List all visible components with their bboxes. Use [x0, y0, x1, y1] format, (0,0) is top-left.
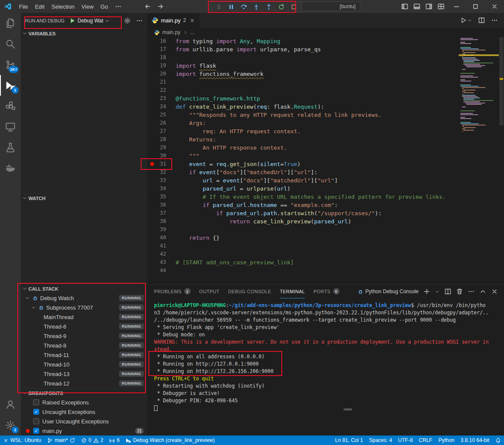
editor-more-icon[interactable]: [491, 17, 498, 24]
panel-tab-debug-console[interactable]: DEBUG CONSOLE: [228, 285, 271, 298]
menu-selection[interactable]: Selection: [48, 2, 78, 11]
debug-session-status[interactable]: Debug Watch (create_link_preview): [123, 436, 218, 445]
step-over-button[interactable]: [238, 2, 249, 12]
terminal-output[interactable]: pierrick@LAPTOP-HKU5PNNG:~/git/add-ons-s…: [154, 302, 501, 434]
step-into-button[interactable]: [251, 2, 262, 12]
callstack-item[interactable]: MainThreadRUNNING: [21, 312, 147, 322]
activity-run-debug[interactable]: 1: [0, 75, 21, 96]
terminal-scrollbar-thumb[interactable]: [343, 408, 352, 411]
line-gutter[interactable]: 27: [147, 127, 176, 135]
line-gutter[interactable]: 28: [147, 135, 176, 144]
breakpoint-item[interactable]: Raised Exceptions: [21, 398, 147, 407]
panel-tab-problems[interactable]: PROBLEMS2: [154, 285, 191, 298]
breakpoint-item[interactable]: main.py31: [21, 426, 147, 436]
editor-scrollbar[interactable]: [499, 37, 504, 284]
stop-button[interactable]: [288, 2, 299, 12]
line-gutter[interactable]: 30: [147, 152, 176, 160]
forward-icon[interactable]: [157, 3, 164, 10]
activity-explorer[interactable]: [0, 13, 21, 34]
new-terminal-icon[interactable]: [423, 288, 430, 295]
breakpoint-icon[interactable]: [150, 162, 154, 166]
toolbar-drag-handle[interactable]: [213, 2, 224, 12]
line-gutter[interactable]: 19: [147, 62, 176, 70]
encoding[interactable]: UTF-8: [395, 436, 416, 445]
maximize-panel-icon[interactable]: [479, 288, 486, 295]
breakpoint-item[interactable]: Uncaught Exceptions: [21, 407, 147, 417]
line-gutter[interactable]: 42: [147, 250, 176, 258]
indentation[interactable]: Spaces: 4: [366, 436, 395, 445]
menu-edit[interactable]: Edit: [32, 2, 48, 11]
line-gutter[interactable]: 21: [147, 78, 176, 86]
line-gutter[interactable]: 32: [147, 168, 176, 176]
remote-indicator[interactable]: WSL: Ubuntu: [0, 436, 44, 445]
minimap[interactable]: [459, 37, 499, 284]
python-interpreter[interactable]: 3.8.10 64-bit: [457, 436, 492, 445]
breakpoints-section-header[interactable]: BREAKPOINTS: [21, 388, 147, 398]
callstack-section-header[interactable]: CALL STACK: [21, 284, 147, 293]
callstack-item[interactable]: Thread-6RUNNING: [21, 322, 147, 331]
notifications[interactable]: [492, 436, 504, 445]
watch-section-header[interactable]: WATCH: [21, 193, 147, 203]
breadcrumb-more[interactable]: ...: [190, 29, 195, 35]
activity-docker[interactable]: [0, 158, 21, 179]
line-gutter[interactable]: 22: [147, 86, 176, 94]
maximize-button[interactable]: [466, 0, 485, 13]
activity-extensions[interactable]: [0, 96, 21, 116]
line-gutter[interactable]: 40: [147, 234, 176, 242]
line-gutter[interactable]: 20: [147, 70, 176, 78]
breadcrumb-file[interactable]: main.py: [162, 29, 180, 35]
line-gutter[interactable]: 34: [147, 185, 176, 193]
line-gutter[interactable]: 33: [147, 176, 176, 185]
callstack-item[interactable]: Thread-13RUNNING: [21, 369, 147, 379]
customize-layout-icon[interactable]: [435, 0, 447, 13]
line-gutter[interactable]: 39: [147, 226, 176, 234]
activity-source-control[interactable]: 1K+: [0, 54, 21, 75]
menu-more-icon[interactable]: [111, 2, 125, 11]
start-debugging-icon[interactable]: [69, 17, 76, 24]
pause-button[interactable]: [226, 2, 237, 12]
toggle-secondary-sidebar-icon[interactable]: [423, 0, 435, 13]
line-gutter[interactable]: 31: [147, 160, 176, 168]
kill-terminal-icon[interactable]: [456, 288, 463, 295]
menu-view[interactable]: View: [78, 2, 97, 11]
line-gutter[interactable]: 24: [147, 103, 176, 111]
panel-tab-output[interactable]: OUTPUT: [199, 285, 220, 298]
line-gutter[interactable]: 44: [147, 266, 176, 275]
close-panel-icon[interactable]: [491, 288, 498, 295]
restart-button[interactable]: [276, 2, 287, 12]
toggle-panel-icon[interactable]: [411, 0, 423, 13]
line-gutter[interactable]: 38: [147, 217, 176, 226]
accounts-button[interactable]: [0, 394, 21, 415]
active-terminal[interactable]: Python Debug Console: [358, 288, 419, 295]
line-gutter[interactable]: 29: [147, 144, 176, 152]
line-gutter[interactable]: 41: [147, 242, 176, 250]
breakpoint-item[interactable]: User Uncaught Exceptions: [21, 417, 147, 426]
eol-selector[interactable]: CRLF: [416, 436, 435, 445]
line-gutter[interactable]: 36: [147, 201, 176, 209]
callstack-item[interactable]: Thread-8RUNNING: [21, 341, 147, 350]
line-gutter[interactable]: 16: [147, 37, 176, 45]
activity-testing[interactable]: [0, 137, 21, 158]
callstack-item[interactable]: Thread-10RUNNING: [21, 360, 147, 369]
code-editor[interactable]: 16from typing import Any, Mapping17from …: [147, 37, 499, 284]
breakpoint-checkbox[interactable]: [33, 428, 39, 434]
settings-button[interactable]: 1: [0, 415, 21, 436]
forwarded-ports[interactable]: 6: [106, 436, 123, 445]
callstack-item[interactable]: Thread-9RUNNING: [21, 331, 147, 341]
line-gutter[interactable]: 17: [147, 45, 176, 53]
run-file-icon[interactable]: [460, 17, 467, 24]
problems-indicator[interactable]: 0 2: [78, 436, 106, 445]
callstack-item[interactable]: Subprocess 77007RUNNING: [21, 303, 147, 312]
start-debug-dropdown[interactable]: Debug Wat: [69, 17, 110, 24]
split-terminal-icon[interactable]: [444, 288, 451, 295]
split-editor-icon[interactable]: [478, 17, 485, 24]
line-gutter[interactable]: 35: [147, 193, 176, 201]
activity-search[interactable]: [0, 34, 21, 54]
tab-main-py[interactable]: main.py 2: [147, 13, 200, 28]
menu-go[interactable]: Go: [97, 2, 111, 11]
close-tab-icon[interactable]: [189, 18, 195, 23]
close-window-button[interactable]: [485, 0, 504, 13]
callstack-item[interactable]: Thread-12RUNNING: [21, 379, 147, 388]
line-gutter[interactable]: 43: [147, 258, 176, 266]
views-more-icon[interactable]: [136, 17, 143, 24]
